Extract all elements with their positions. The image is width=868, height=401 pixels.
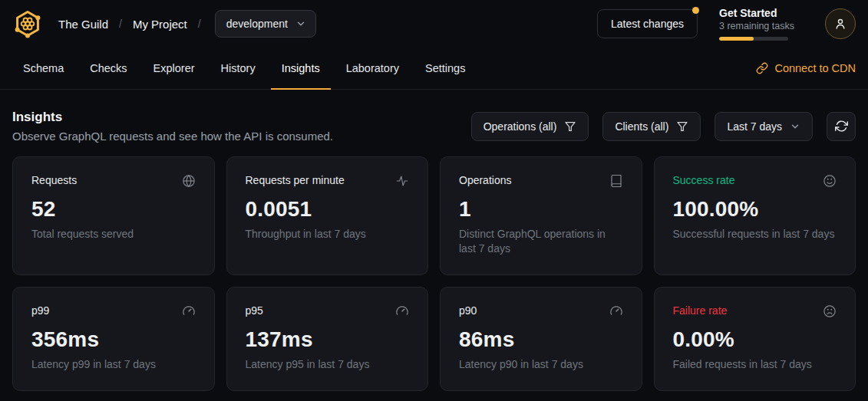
refresh-button[interactable]	[827, 112, 856, 141]
stat-card-value: 52	[31, 197, 196, 222]
stat-card-value: 86ms	[459, 327, 623, 352]
stat-card-value: 0.00%	[673, 327, 837, 352]
user-icon	[833, 17, 847, 31]
date-range-dropdown[interactable]: Last 7 days	[715, 112, 813, 141]
operations-filter-label: Operations (all)	[484, 120, 557, 133]
stat-card-failure-rate: Failure rate 0.00% Failed requests in la…	[654, 287, 856, 391]
date-range-label: Last 7 days	[727, 120, 782, 133]
target-selector-value: development	[226, 18, 288, 30]
page-subtitle: Observe GraphQL requests and see how the…	[12, 130, 333, 143]
gauge-icon	[182, 304, 196, 318]
gauge-icon	[395, 304, 409, 318]
get-started-widget[interactable]: Get Started 3 remaining tasks	[719, 7, 804, 41]
stat-card-caption: Latency p90 in last 7 days	[459, 357, 623, 372]
clients-filter-button[interactable]: Clients (all)	[602, 112, 701, 141]
refresh-icon	[835, 120, 848, 133]
stat-card-title: Requests	[31, 174, 77, 186]
tab-history[interactable]: History	[210, 48, 266, 90]
filter-funnel-icon	[676, 120, 688, 133]
stat-card-title: p90	[459, 304, 477, 317]
filter-funnel-icon	[564, 120, 576, 133]
gauge-icon	[609, 304, 623, 318]
connect-to-cdn-label: Connect to CDN	[774, 62, 856, 74]
stat-card-title: Success rate	[673, 174, 735, 186]
stat-card-value: 137ms	[246, 327, 410, 352]
stat-card-title: Failure rate	[673, 304, 728, 317]
smile-icon	[823, 174, 837, 188]
breadcrumb: The Guild / My Project /	[58, 18, 201, 31]
stats-grid: Requests 52 Total requests served Reques…	[0, 153, 868, 401]
chevron-down-icon	[790, 121, 800, 132]
breadcrumb-separator: /	[119, 18, 122, 30]
get-started-progressbar	[719, 37, 788, 41]
link-icon	[756, 62, 768, 74]
stat-card-p99: p99 356ms Latency p99 in last 7 days	[12, 287, 215, 391]
tab-schema[interactable]: Schema	[12, 48, 74, 90]
stat-card-caption: Throughput in last 7 days	[246, 227, 410, 242]
get-started-progress-fill	[719, 37, 754, 41]
tab-settings[interactable]: Settings	[414, 48, 476, 90]
activity-icon	[395, 174, 409, 188]
user-avatar[interactable]	[825, 8, 856, 39]
stat-card-value: 100.00%	[673, 197, 837, 222]
insights-section-header: Insights Observe GraphQL requests and se…	[0, 90, 868, 153]
app-header: The Guild / My Project / development Lat…	[0, 0, 868, 48]
stat-card-requests: Requests 52 Total requests served	[12, 156, 215, 275]
frown-icon	[823, 304, 837, 318]
operations-filter-button[interactable]: Operations (all)	[471, 112, 589, 141]
stat-card-title: p95	[246, 304, 263, 317]
stat-card-p95: p95 137ms Latency p95 in last 7 days	[226, 287, 429, 391]
tab-laboratory[interactable]: Laboratory	[335, 48, 410, 90]
stat-card-requests-per-minute: Requests per minute 0.0051 Throughput in…	[226, 156, 429, 275]
notification-dot	[692, 7, 699, 14]
stat-card-title: Operations	[459, 174, 511, 186]
clients-filter-label: Clients (all)	[615, 120, 668, 133]
breadcrumb-separator: /	[198, 18, 201, 30]
globe-icon	[182, 174, 196, 188]
page-title: Insights	[12, 110, 333, 125]
hive-logo-icon[interactable]	[12, 8, 43, 39]
tab-insights[interactable]: Insights	[271, 48, 331, 90]
stat-card-p90: p90 86ms Latency p90 in last 7 days	[440, 287, 642, 391]
breadcrumb-org[interactable]: The Guild	[58, 18, 108, 31]
get-started-subtitle: 3 remaining tasks	[719, 21, 804, 31]
tab-explorer[interactable]: Explorer	[143, 48, 206, 90]
stat-card-caption: Total requests served	[31, 227, 196, 242]
tab-checks[interactable]: Checks	[79, 48, 137, 90]
latest-changes-button[interactable]: Latest changes	[597, 9, 698, 38]
stat-card-title: p99	[31, 304, 49, 317]
get-started-title: Get Started	[719, 7, 804, 19]
stat-card-caption: Distinct GraphQL operations in last 7 da…	[459, 227, 623, 256]
stat-card-value: 1	[459, 197, 623, 222]
chevron-down-icon	[295, 18, 306, 29]
stat-card-operations: Operations 1 Distinct GraphQL operations…	[440, 156, 642, 275]
target-selector-dropdown[interactable]: development	[215, 10, 316, 38]
stat-card-caption: Successful requests in last 7 days	[673, 227, 837, 242]
stat-card-caption: Latency p99 in last 7 days	[31, 357, 196, 372]
stat-card-title: Requests per minute	[246, 174, 345, 186]
stat-card-value: 356ms	[31, 327, 196, 352]
project-tabbar: Schema Checks Explorer History Insights …	[0, 48, 868, 90]
breadcrumb-project[interactable]: My Project	[133, 18, 187, 31]
stat-card-caption: Latency p95 in last 7 days	[246, 357, 410, 372]
stat-card-success-rate: Success rate 100.00% Successful requests…	[654, 156, 856, 275]
filter-bar: Operations (all) Clients (all) Last 7 da…	[471, 112, 856, 141]
latest-changes-label: Latest changes	[611, 18, 684, 30]
stat-card-caption: Failed requests in last 7 days	[673, 357, 837, 372]
stat-card-value: 0.0051	[246, 197, 410, 222]
connect-to-cdn-link[interactable]: Connect to CDN	[756, 48, 856, 89]
book-icon	[609, 174, 623, 188]
